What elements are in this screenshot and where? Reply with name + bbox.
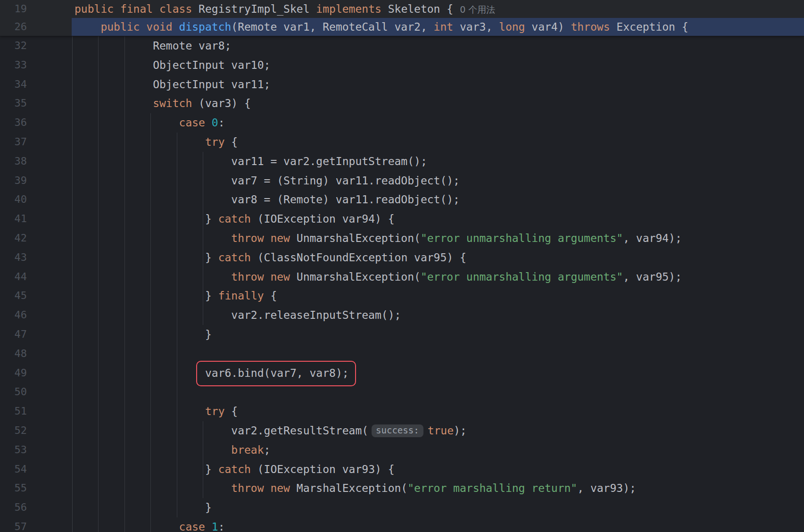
- code-line-text[interactable]: case 0:: [72, 113, 804, 133]
- code-line-39[interactable]: 39var7 = (String) var11.readObject();: [0, 171, 804, 191]
- line-number[interactable]: 52: [0, 421, 72, 441]
- token-keyword: case: [179, 116, 212, 129]
- code-line-54[interactable]: 54} catch (IOException var93) {: [0, 460, 804, 479]
- token-plain: UnmarshalException(: [290, 232, 421, 244]
- code-line-37[interactable]: 37try {: [0, 133, 804, 152]
- code-line-text[interactable]: ObjectInput var10;: [72, 56, 804, 75]
- token-plain: Exception {: [610, 21, 688, 33]
- code-line-33[interactable]: 33ObjectInput var10;: [0, 56, 804, 75]
- code-line-38[interactable]: 38var11 = var2.getInputStream();: [0, 152, 804, 171]
- line-number[interactable]: 35: [0, 94, 72, 113]
- token-plain: var11 = var2.getInputStream();: [231, 155, 427, 167]
- code-line-55[interactable]: 55throw new MarshalException("error mars…: [0, 479, 804, 498]
- code-line-41[interactable]: 41} catch (IOException var94) {: [0, 209, 804, 229]
- line-number[interactable]: 50: [0, 382, 72, 402]
- token-plain: (IOException var93) {: [251, 463, 395, 475]
- code-line-text[interactable]: } catch (ClassNotFoundException var95) {: [72, 248, 804, 267]
- line-number[interactable]: 55: [0, 479, 72, 498]
- code-line-43[interactable]: 43} catch (ClassNotFoundException var95)…: [0, 248, 804, 267]
- line-number[interactable]: 54: [0, 460, 72, 479]
- code-line-text[interactable]: [72, 382, 804, 402]
- token-plain: :: [218, 521, 225, 532]
- line-number[interactable]: 45: [0, 286, 72, 306]
- code-line-text[interactable]: throw new UnmarshalException("error unma…: [72, 229, 804, 248]
- line-number[interactable]: 49: [0, 364, 72, 383]
- code-line-text[interactable]: try {: [72, 402, 804, 421]
- token-keyword: catch: [218, 213, 251, 225]
- code-line-text[interactable]: } catch (IOException var94) {: [72, 209, 804, 229]
- token-plain: , var95);: [623, 271, 682, 283]
- code-line-text[interactable]: public void dispatch(Remote var1, Remote…: [72, 18, 804, 36]
- code-line-text[interactable]: throw new UnmarshalException("error unma…: [72, 267, 804, 287]
- sticky-code-line-26[interactable]: 26public void dispatch(Remote var1, Remo…: [0, 18, 804, 36]
- code-line-text[interactable]: try {: [72, 133, 804, 152]
- code-line-text[interactable]: switch (var3) {: [72, 94, 804, 113]
- code-line-36[interactable]: 36case 0:: [0, 113, 804, 133]
- line-number[interactable]: 34: [0, 75, 72, 94]
- code-line-32[interactable]: 32Remote var8;: [0, 36, 804, 56]
- code-line-35[interactable]: 35switch (var3) {: [0, 94, 804, 113]
- token-plain: var4): [525, 21, 571, 33]
- code-line-text[interactable]: Remote var8;: [72, 36, 804, 56]
- code-line-text[interactable]: var2.releaseInputStream();: [72, 306, 804, 325]
- code-line-44[interactable]: 44throw new UnmarshalException("error un…: [0, 267, 804, 287]
- token-plain: RegistryImpl_Skel: [199, 3, 316, 15]
- code-line-text[interactable]: var6.bind(var7, var8);: [72, 364, 804, 383]
- line-number[interactable]: 19: [0, 0, 72, 18]
- code-line-text[interactable]: } catch (IOException var93) {: [72, 460, 804, 479]
- line-number[interactable]: 41: [0, 209, 72, 229]
- code-line-50[interactable]: 50: [0, 382, 804, 402]
- code-line-34[interactable]: 34ObjectInput var11;: [0, 75, 804, 94]
- code-line-text[interactable]: ObjectInput var11;: [72, 75, 804, 94]
- line-number[interactable]: 42: [0, 229, 72, 248]
- code-line-text[interactable]: }: [72, 325, 804, 344]
- code-line-text[interactable]: var2.getResultStream(success:true);: [72, 421, 804, 441]
- line-number[interactable]: 57: [0, 517, 72, 532]
- code-line-text[interactable]: public final class RegistryImpl_Skel imp…: [72, 0, 804, 18]
- token-plain: UnmarshalException(: [290, 271, 421, 283]
- line-number[interactable]: 56: [0, 498, 72, 517]
- code-line-text[interactable]: throw new MarshalException("error marsha…: [72, 479, 804, 498]
- code-line-text[interactable]: break;: [72, 441, 804, 460]
- line-number[interactable]: 47: [0, 325, 72, 344]
- line-number[interactable]: 43: [0, 248, 72, 267]
- line-number[interactable]: 26: [0, 18, 72, 36]
- code-line-46[interactable]: 46var2.releaseInputStream();: [0, 306, 804, 325]
- code-line-51[interactable]: 51try {: [0, 402, 804, 421]
- line-number[interactable]: 51: [0, 402, 72, 421]
- line-number[interactable]: 46: [0, 306, 72, 325]
- code-line-52[interactable]: 52var2.getResultStream(success:true);: [0, 421, 804, 441]
- line-number[interactable]: 36: [0, 113, 72, 133]
- line-number[interactable]: 48: [0, 344, 72, 364]
- line-number[interactable]: 32: [0, 36, 72, 56]
- code-line-text[interactable]: [72, 344, 804, 364]
- line-number[interactable]: 33: [0, 56, 72, 75]
- code-line-49[interactable]: 49var6.bind(var7, var8);: [0, 364, 804, 383]
- token-plain: }: [205, 501, 212, 514]
- code-line-text[interactable]: var8 = (Remote) var11.readObject();: [72, 190, 804, 209]
- token-keyword: throws: [571, 21, 610, 33]
- code-line-48[interactable]: 48: [0, 344, 804, 364]
- code-line-text[interactable]: case 1:: [72, 517, 804, 532]
- code-line-text[interactable]: var11 = var2.getInputStream();: [72, 152, 804, 171]
- line-number[interactable]: 39: [0, 171, 72, 191]
- line-number[interactable]: 38: [0, 152, 72, 171]
- line-number[interactable]: 53: [0, 441, 72, 460]
- code-line-text[interactable]: }: [72, 498, 804, 517]
- code-line-47[interactable]: 47}: [0, 325, 804, 344]
- line-number[interactable]: 44: [0, 267, 72, 287]
- line-number[interactable]: 37: [0, 133, 72, 152]
- code-line-53[interactable]: 53break;: [0, 441, 804, 460]
- sticky-code-line-19[interactable]: 19public final class RegistryImpl_Skel i…: [0, 0, 804, 18]
- token-plain: , var93);: [577, 482, 636, 494]
- code-line-57[interactable]: 57case 1:: [0, 517, 804, 532]
- code-line-text[interactable]: } finally {: [72, 286, 804, 306]
- code-line-56[interactable]: 56}: [0, 498, 804, 517]
- code-line-text[interactable]: var7 = (String) var11.readObject();: [72, 171, 804, 191]
- code-line-42[interactable]: 42throw new UnmarshalException("error un…: [0, 229, 804, 248]
- code-line-40[interactable]: 40var8 = (Remote) var11.readObject();: [0, 190, 804, 209]
- line-number[interactable]: 40: [0, 190, 72, 209]
- code-line-45[interactable]: 45} finally {: [0, 286, 804, 306]
- token-plain: var7 = (String) var11.readObject();: [231, 175, 460, 187]
- token-plain: (ClassNotFoundException var95) {: [251, 251, 466, 264]
